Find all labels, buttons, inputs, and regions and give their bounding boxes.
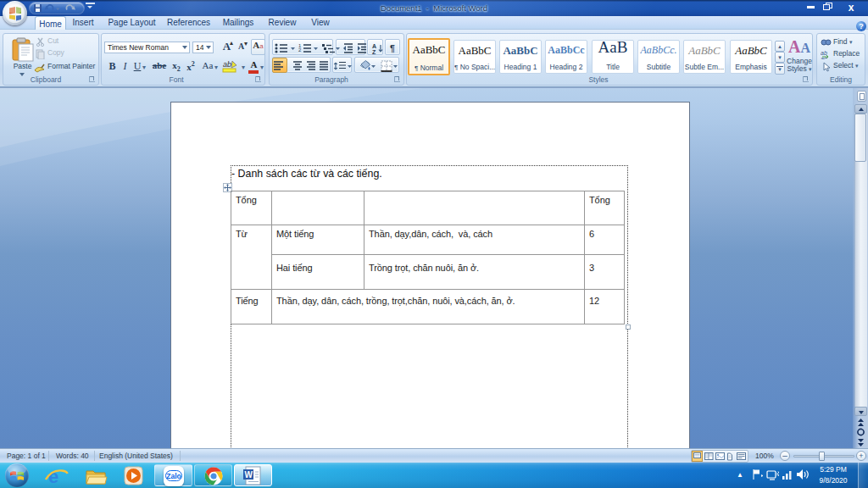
svg-text:Z: Z <box>372 49 376 55</box>
svg-text:A: A <box>372 43 376 49</box>
svg-text:ab: ab <box>223 60 231 69</box>
svg-text:2: 2 <box>298 47 302 53</box>
svg-text:ab: ab <box>821 50 827 56</box>
svg-text:W: W <box>245 470 253 480</box>
svg-text:¶: ¶ <box>390 43 395 53</box>
svg-text:ac: ac <box>821 56 827 59</box>
svg-text:e: e <box>48 466 58 487</box>
